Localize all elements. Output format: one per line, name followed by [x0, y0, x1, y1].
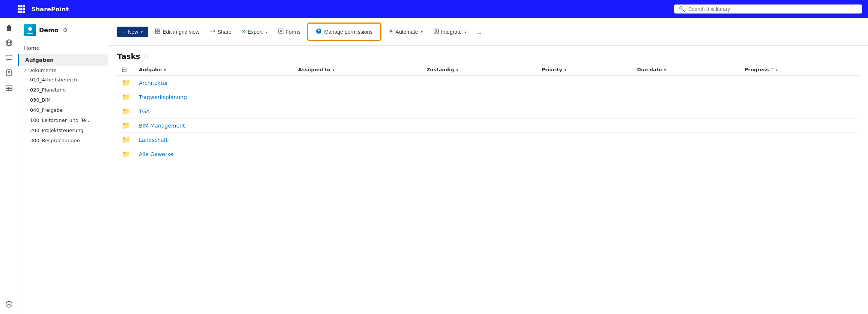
more-button[interactable]: ...: [473, 27, 485, 37]
rail-list-icon[interactable]: [2, 81, 16, 95]
search-input[interactable]: [688, 6, 857, 12]
permissions-icon: [316, 28, 322, 35]
svg-rect-17: [6, 85, 12, 90]
duedate-cell: [633, 133, 740, 147]
assigned-cell: [294, 119, 422, 133]
svg-rect-2: [23, 5, 26, 8]
assigned-cell: [294, 76, 422, 90]
nav-subitem-4[interactable]: 100_Leitordner_und_Te...: [18, 115, 108, 125]
search-icon: 🔍: [679, 6, 685, 12]
svg-rect-38: [122, 68, 126, 72]
waffle-menu-icon[interactable]: [18, 5, 25, 13]
share-button[interactable]: Share: [206, 26, 235, 37]
priority-sort-icon: ∨: [564, 68, 567, 72]
forms-button[interactable]: Forms: [274, 26, 304, 37]
nav-subitem-0[interactable]: 010_Arbeitsbereich: [18, 75, 108, 85]
folder-icon: 📁: [122, 122, 130, 129]
docs-section-label: Dokumente: [28, 68, 56, 73]
rail-chat-icon[interactable]: [2, 51, 16, 65]
svg-rect-26: [155, 29, 157, 31]
col-aufgabe-header[interactable]: Aufgabe ∨: [134, 64, 294, 76]
favorite-star-icon[interactable]: ☆: [143, 53, 149, 60]
edit-grid-button[interactable]: Edit in grid view: [151, 26, 203, 37]
col-priority-header[interactable]: Priority ∨: [537, 64, 633, 76]
zustandig-sort-icon: ∨: [456, 68, 459, 72]
rail-document-icon[interactable]: [2, 66, 16, 80]
progress-cell: [740, 147, 859, 161]
table-header-row: Aufgabe ∨ Assigned to ∨: [117, 64, 859, 76]
zustandig-cell: [422, 76, 537, 90]
nav-subitem-1[interactable]: 020_Planstand: [18, 85, 108, 95]
folder-icon: 📁: [122, 136, 130, 144]
zustandig-cell: [422, 133, 537, 147]
rail-home-icon[interactable]: [2, 21, 16, 35]
svg-rect-6: [18, 11, 20, 13]
grid-icon: [155, 29, 160, 35]
progress-cell: [740, 90, 859, 104]
duedate-cell: [633, 104, 740, 119]
aufgabe-link[interactable]: Tragwerksplanung: [139, 94, 187, 100]
sidebar-item-home[interactable]: Home: [18, 42, 108, 54]
priority-cell: [537, 133, 633, 147]
sidebar-header: Demo ⚙: [18, 21, 108, 42]
home-label: Home: [24, 45, 39, 51]
progress-cell: [740, 133, 859, 147]
chevron-left-icon: ∧: [24, 68, 27, 72]
site-settings-icon[interactable]: ⚙: [63, 27, 68, 33]
col-zustandig-header[interactable]: Zuständig ∨: [422, 64, 537, 76]
duedate-cell: [633, 90, 740, 104]
col-progress-header[interactable]: Progress ↑ ∨: [740, 64, 859, 76]
aufgabe-link[interactable]: Architektur: [139, 80, 168, 86]
integrate-chevron-icon: ∨: [464, 30, 467, 34]
zustandig-cell: [422, 119, 537, 133]
aufgabe-link[interactable]: Landschaft: [139, 137, 168, 143]
progress-cell: [740, 104, 859, 119]
svg-rect-4: [21, 8, 23, 10]
nav-docs-section: ∧ Dokumente: [18, 66, 108, 75]
nav-subitem-6[interactable]: 300_Besprechungen: [18, 135, 108, 146]
waffle-icon[interactable]: ⁢⁢⁢ ⁢⁢⁢ ⁢⁢⁢: [6, 5, 10, 13]
folder-icon: 📁: [122, 150, 130, 158]
col-icon-header: [117, 64, 134, 76]
automate-button[interactable]: Automate ∨: [384, 26, 427, 37]
page-title: Tasks: [117, 52, 140, 61]
automate-icon: [388, 29, 393, 35]
progress-sort-asc-icon: ↑: [770, 68, 773, 72]
top-navigation: ⁢⁢⁢ ⁢⁢⁢ ⁢⁢⁢ SharePoint 🔍: [0, 0, 868, 18]
svg-rect-30: [279, 29, 283, 33]
svg-point-34: [318, 30, 320, 32]
col-duedate-header[interactable]: Due date ∨: [633, 64, 740, 76]
svg-rect-3: [18, 8, 20, 10]
new-button[interactable]: + New ∨: [117, 27, 148, 37]
svg-rect-5: [23, 8, 26, 10]
progress-cell: [740, 119, 859, 133]
svg-rect-36: [434, 29, 436, 33]
nav-subitem-5[interactable]: 200_Projektsteuerung: [18, 125, 108, 135]
duedate-sort-icon: ∨: [663, 68, 666, 72]
col-assigned-header[interactable]: Assigned to ∨: [294, 64, 422, 76]
aufgabe-link[interactable]: BIM Management: [139, 123, 185, 129]
svg-point-25: [28, 27, 32, 31]
aufgabe-link[interactable]: TGA: [139, 108, 150, 114]
aufgabe-link[interactable]: Alle Gewerke: [139, 151, 173, 157]
priority-cell: [537, 119, 633, 133]
rail-add-icon[interactable]: [2, 297, 16, 311]
svg-rect-7: [21, 11, 23, 13]
nav-subitem-2[interactable]: 030_BIM: [18, 95, 108, 105]
new-chevron-icon: ∨: [140, 30, 143, 34]
export-chevron-icon: ∨: [265, 30, 268, 34]
zustandig-cell: [422, 104, 537, 119]
manage-permissions-button[interactable]: Manage permissions: [310, 25, 378, 38]
export-button[interactable]: X Export ∨: [238, 27, 271, 37]
svg-rect-0: [18, 5, 20, 8]
sidebar-item-aufgaben[interactable]: Aufgaben: [18, 54, 108, 66]
row-type-icon: 📁: [117, 90, 134, 104]
search-box[interactable]: 🔍: [674, 5, 862, 14]
integrate-button[interactable]: Integrate ∨: [430, 26, 470, 37]
assigned-sort-icon: ∨: [332, 68, 335, 72]
rail-globe-icon[interactable]: [2, 36, 16, 50]
folder-icon: 📁: [122, 79, 130, 87]
nav-subitem-3[interactable]: 040_Freigabe: [18, 105, 108, 115]
zustandig-cell: [422, 147, 537, 161]
folder-icon: 📁: [122, 93, 130, 101]
